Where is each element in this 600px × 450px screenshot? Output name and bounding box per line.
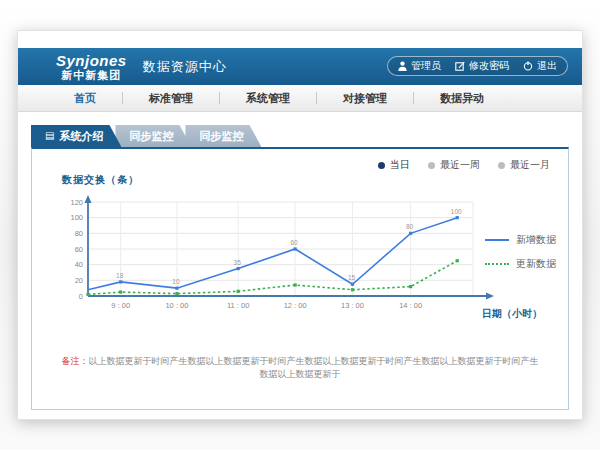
radio-dot-icon: [498, 162, 505, 169]
svg-text:120: 120: [70, 198, 83, 207]
range-radio-1[interactable]: 最近一周: [428, 158, 480, 172]
document-icon: ▤: [45, 131, 54, 141]
legend-label: 更新数据: [516, 257, 556, 271]
footnote-text: 以上数据更新于时间产生数据以上数据更新于时间产生数据以上数据更新于时间产生数据以…: [89, 356, 539, 379]
user-icon: [398, 61, 407, 71]
logo-text: Synjones: [56, 53, 127, 68]
logout-button[interactable]: 退出: [523, 59, 557, 73]
range-radio-0[interactable]: 当日: [378, 158, 410, 172]
tab-1[interactable]: 同步监控: [115, 125, 191, 147]
svg-text:15: 15: [348, 274, 356, 281]
svg-text:35: 35: [234, 259, 242, 266]
main-nav: 首页标准管理系统管理对接管理数据异动: [18, 85, 582, 112]
tab-bar: ▤系统介绍同步监控同步监控: [31, 125, 582, 147]
time-range-options: 当日最近一周最近一月: [378, 158, 550, 172]
user-button[interactable]: 管理员: [398, 59, 441, 73]
app-header: Synjones 新中新集团 数据资源中心 管理员 修改密码 退出: [18, 48, 582, 85]
nav-item-0[interactable]: 首页: [48, 91, 122, 106]
svg-text:9 : 00: 9 : 00: [111, 301, 130, 310]
svg-text:14 : 00: 14 : 00: [399, 301, 422, 310]
tab-label: 同步监控: [129, 125, 173, 147]
line-chart: 0204060801001209 : 0010 : 0011 : 0012 : …: [54, 191, 506, 321]
svg-text:12 : 00: 12 : 00: [284, 301, 307, 310]
radio-label: 最近一周: [440, 158, 480, 172]
tab-label: 同步监控: [199, 125, 243, 147]
logo: Synjones 新中新集团: [56, 53, 127, 81]
svg-text:100: 100: [70, 213, 83, 222]
svg-text:18: 18: [116, 272, 124, 279]
radio-label: 当日: [390, 158, 410, 172]
svg-text:20: 20: [75, 276, 83, 285]
change-password-label: 修改密码: [469, 59, 509, 73]
legend-line-sample: [485, 263, 509, 265]
nav-item-4[interactable]: 数据异动: [414, 91, 510, 106]
radio-dot-icon: [378, 162, 385, 169]
svg-text:80: 80: [406, 223, 414, 230]
user-label: 管理员: [411, 59, 441, 73]
content-area: ▤系统介绍同步监控同步监控 当日最近一周最近一月 数据交换（条） 0204060…: [18, 112, 582, 410]
tab-2[interactable]: 同步监控: [185, 125, 261, 147]
user-controls: 管理员 修改密码 退出: [387, 56, 568, 76]
page-top-strip: [18, 31, 582, 48]
y-axis-title: 数据交换（条）: [62, 173, 139, 187]
range-radio-2[interactable]: 最近一月: [498, 158, 550, 172]
legend-label: 新增数据: [516, 233, 556, 247]
nav-item-2[interactable]: 系统管理: [220, 91, 316, 106]
footnote-label: 备注：: [62, 356, 89, 366]
svg-text:11 : 00: 11 : 00: [227, 301, 249, 310]
footnote: 备注：以上数据更新于时间产生数据以上数据更新于时间产生数据以上数据更新于时间产生…: [32, 355, 568, 381]
content-panel: 当日最近一周最近一月 数据交换（条） 0204060801001209 : 00…: [31, 147, 569, 410]
svg-text:13 : 00: 13 : 00: [341, 301, 364, 310]
change-password-button[interactable]: 修改密码: [455, 59, 509, 73]
svg-text:60: 60: [75, 245, 83, 254]
legend-item: 更新数据: [485, 257, 556, 271]
logout-label: 退出: [537, 59, 557, 73]
nav-item-3[interactable]: 对接管理: [317, 91, 413, 106]
browser-page: Synjones 新中新集团 数据资源中心 管理员 修改密码 退出 首页标准管理…: [17, 30, 583, 420]
radio-dot-icon: [428, 162, 435, 169]
svg-text:80: 80: [75, 229, 83, 238]
tab-label: 系统介绍: [59, 125, 103, 147]
edit-icon: [455, 61, 465, 71]
legend-item: 新增数据: [485, 233, 556, 247]
chart-legend: 新增数据更新数据: [485, 233, 556, 271]
svg-text:10 : 00: 10 : 00: [165, 301, 188, 310]
power-icon: [523, 61, 533, 71]
x-axis-title: 日期（小时）: [482, 307, 542, 321]
nav-item-1[interactable]: 标准管理: [123, 91, 219, 106]
svg-text:60: 60: [291, 239, 299, 246]
logo-subtext: 新中新集团: [56, 70, 127, 81]
svg-text:10: 10: [172, 278, 180, 285]
radio-label: 最近一月: [510, 158, 550, 172]
tab-0[interactable]: ▤系统介绍: [31, 125, 121, 147]
legend-line-sample: [485, 239, 509, 241]
svg-text:0: 0: [79, 292, 83, 301]
svg-text:100: 100: [451, 208, 462, 215]
page-title: 数据资源中心: [143, 58, 227, 76]
svg-text:40: 40: [75, 260, 83, 269]
